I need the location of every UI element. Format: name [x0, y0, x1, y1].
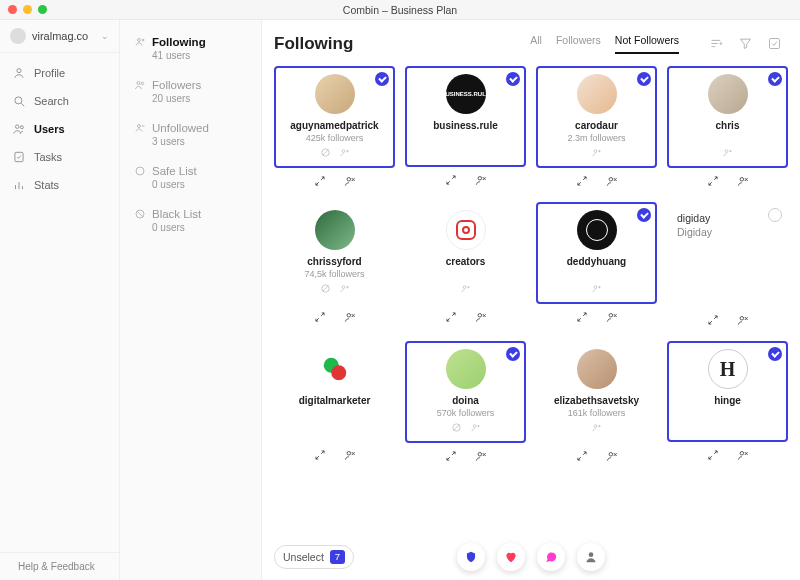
- select-checkbox[interactable]: [506, 347, 520, 361]
- select-checkbox[interactable]: [375, 72, 389, 86]
- primary-sidebar: viralmag.co ⌄ ProfileSearchUsersTasksSta…: [0, 20, 120, 580]
- user-card[interactable]: elizabethsavetsky161k followers: [536, 341, 657, 443]
- unfollow-icon[interactable]: [605, 310, 619, 326]
- account-switcher[interactable]: viralmag.co ⌄: [0, 20, 119, 53]
- unfollow-icon[interactable]: [474, 173, 488, 189]
- unfollow-icon[interactable]: [343, 310, 357, 326]
- shield-action-button[interactable]: [457, 543, 485, 571]
- funnel-icon[interactable]: [738, 36, 753, 53]
- heart-action-button[interactable]: [497, 543, 525, 571]
- unfollow-icon[interactable]: [474, 449, 488, 465]
- user-card[interactable]: aguynamedpatrick425k followers: [274, 66, 395, 168]
- select-checkbox[interactable]: [506, 72, 520, 86]
- secondary-item-black-list[interactable]: Black List0 users: [126, 200, 255, 243]
- unfollow-icon[interactable]: [474, 310, 488, 326]
- secondary-item-safe-list[interactable]: Safe List0 users: [126, 157, 255, 200]
- avatar: [315, 210, 355, 250]
- select-checkbox[interactable]: [768, 208, 782, 222]
- person-action-button[interactable]: [577, 543, 605, 571]
- select-checkbox[interactable]: [637, 208, 651, 222]
- expand-icon[interactable]: [706, 448, 720, 464]
- select-checkbox[interactable]: [768, 72, 782, 86]
- tab-all[interactable]: All: [530, 34, 542, 54]
- avatar: [708, 74, 748, 114]
- tab-not-followers[interactable]: Not Followers: [615, 34, 679, 54]
- page-title: Following: [274, 34, 518, 54]
- unfollowed-icon: [134, 122, 146, 134]
- user-badges: [411, 147, 520, 159]
- expand-icon[interactable]: [444, 449, 458, 465]
- select-checkbox[interactable]: [375, 208, 389, 222]
- svg-point-52: [609, 314, 613, 318]
- user-card[interactable]: digitalmarketer: [274, 341, 395, 442]
- expand-icon[interactable]: [313, 448, 327, 464]
- expand-icon[interactable]: [313, 310, 327, 326]
- card-actions: [405, 173, 526, 189]
- secondary-item-followers[interactable]: Followers20 users: [126, 71, 255, 114]
- help-feedback-link[interactable]: Help & Feedback: [0, 552, 119, 580]
- unfollow-icon[interactable]: [736, 313, 750, 329]
- select-checkbox[interactable]: [637, 72, 651, 86]
- expand-icon[interactable]: [706, 174, 720, 190]
- tab-followers[interactable]: Followers: [556, 34, 601, 54]
- expand-icon[interactable]: [575, 310, 589, 326]
- user-card[interactable]: chris: [667, 66, 788, 168]
- username: aguynamedpatrick: [280, 120, 389, 131]
- svg-point-48: [478, 314, 482, 318]
- card-actions: [274, 174, 395, 190]
- secondary-sidebar: Following41 usersFollowers20 usersUnfoll…: [120, 20, 262, 580]
- secondary-item-unfollowed[interactable]: Unfollowed3 users: [126, 114, 255, 157]
- unfollow-icon[interactable]: [343, 448, 357, 464]
- sidebar-item-search[interactable]: Search: [0, 87, 119, 115]
- unfollow-icon[interactable]: [343, 174, 357, 190]
- selection-toolbar: Unselect 7: [262, 534, 800, 580]
- username: carodaur: [542, 120, 651, 131]
- unfollow-icon[interactable]: [736, 174, 750, 190]
- select-checkbox[interactable]: [637, 347, 651, 361]
- search-icon: [12, 94, 26, 108]
- sidebar-item-stats[interactable]: Stats: [0, 171, 119, 199]
- user-grid-scroll[interactable]: aguynamedpatrick425k followersBUSINESS.R…: [262, 58, 800, 534]
- sidebar-item-label: Profile: [34, 67, 65, 79]
- unfollow-icon[interactable]: [605, 174, 619, 190]
- user-card[interactable]: BUSINESS.RULEbusiness.rule: [405, 66, 526, 167]
- user-card[interactable]: carodaur2.3m followers: [536, 66, 657, 168]
- select-checkbox[interactable]: [768, 347, 782, 361]
- card-actions: [274, 448, 395, 464]
- avatar: [315, 74, 355, 114]
- account-name: viralmag.co: [32, 30, 95, 42]
- stats-icon: [12, 178, 26, 192]
- unselect-button[interactable]: Unselect 7: [274, 545, 354, 569]
- username: doina: [411, 395, 520, 406]
- select-check-icon[interactable]: [767, 36, 782, 53]
- expand-icon[interactable]: [444, 173, 458, 189]
- expand-icon[interactable]: [313, 174, 327, 190]
- user-cell: creators: [405, 202, 526, 331]
- unfollow-icon[interactable]: [736, 448, 750, 464]
- secondary-item-title: Following: [152, 36, 206, 48]
- secondary-item-following[interactable]: Following41 users: [126, 28, 255, 71]
- expand-icon[interactable]: [575, 449, 589, 465]
- comment-action-button[interactable]: [537, 543, 565, 571]
- unfollow-icon[interactable]: [605, 449, 619, 465]
- select-checkbox[interactable]: [506, 208, 520, 222]
- expand-icon[interactable]: [575, 174, 589, 190]
- user-card[interactable]: digidayDigiday: [667, 202, 788, 307]
- sidebar-item-users[interactable]: Users: [0, 115, 119, 143]
- sidebar-item-profile[interactable]: Profile: [0, 59, 119, 87]
- user-card[interactable]: creators: [405, 202, 526, 304]
- user-stat: 570k followers: [411, 408, 520, 418]
- svg-point-30: [478, 177, 482, 181]
- expand-icon[interactable]: [444, 310, 458, 326]
- user-card[interactable]: chrissyford74,5k followers: [274, 202, 395, 304]
- filter-lines-icon[interactable]: [709, 36, 724, 53]
- secondary-item-title: Unfollowed: [152, 122, 209, 134]
- select-checkbox[interactable]: [375, 347, 389, 361]
- sidebar-item-tasks[interactable]: Tasks: [0, 143, 119, 171]
- user-card[interactable]: Hhinge: [667, 341, 788, 442]
- expand-icon[interactable]: [706, 313, 720, 329]
- black-icon: [134, 208, 146, 220]
- user-card[interactable]: doina570k followers: [405, 341, 526, 443]
- user-card[interactable]: deddyhuang: [536, 202, 657, 304]
- card-actions: [536, 449, 657, 465]
